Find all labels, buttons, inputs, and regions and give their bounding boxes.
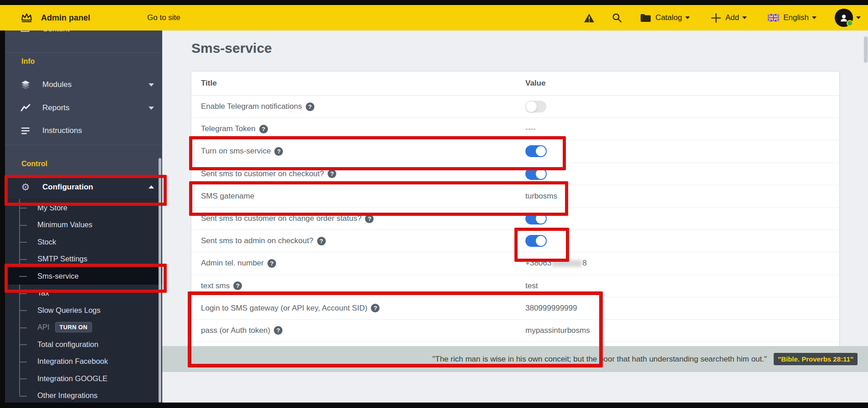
sidebar-item-label: Integration Facebook (37, 357, 108, 366)
help-icon[interactable] (365, 214, 374, 223)
footer-quote: "The rich man is wise in his own conceit… (432, 355, 767, 364)
sidebar-item-label: Other Integrations (37, 391, 98, 400)
toggle-sms-admin-checkout[interactable] (525, 235, 546, 247)
help-icon[interactable] (306, 102, 314, 111)
admin-panel-window: Content Info Modules Reports (0, 0, 868, 408)
table-row: Admin tel. number +380638 (191, 252, 839, 275)
chevron-up-icon (149, 185, 154, 189)
sidebar-item-label: My Store (37, 204, 67, 212)
catalog-label: Catalog (655, 13, 682, 22)
phone-prefix: +38063 (525, 259, 551, 268)
folder-icon (640, 14, 651, 22)
table-row: Telegram Token ---- (191, 118, 839, 140)
sidebar-item-total-configuration[interactable]: Total configuration (5, 336, 162, 353)
help-icon[interactable] (259, 125, 268, 133)
sidebar-divider (5, 145, 162, 145)
sidebar-item-modules[interactable]: Modules (5, 74, 162, 95)
phone-suffix: 8 (582, 259, 586, 268)
setting-label: pass (or Auth token) (201, 326, 270, 335)
language-menu[interactable]: English (768, 13, 817, 22)
gear-icon: ⚙ (20, 182, 31, 192)
settings-table: Title Value Enable Telegram notification… (191, 71, 840, 358)
table-row: Sent sms to customer on change order sta… (191, 208, 839, 230)
setting-label: Enable Telegram notifications (201, 102, 302, 111)
chevron-down-icon (856, 16, 861, 19)
help-icon[interactable] (328, 169, 336, 178)
setting-label: Turn on sms-service (201, 147, 271, 156)
sidebar-item-api[interactable]: API TURN ON (5, 319, 162, 336)
online-status-dot (847, 20, 853, 26)
help-icon[interactable] (274, 147, 283, 156)
search-icon[interactable] (612, 13, 622, 23)
app-title: Admin panel (41, 13, 90, 23)
table-row: Sent sms to admin on checkout? (191, 230, 839, 252)
uk-flag-icon (768, 14, 779, 21)
sidebar-item-integration-google[interactable]: Integration GOOGLE (5, 370, 162, 387)
toggle-knob (535, 145, 547, 157)
sidebar-section-info: Info (21, 57, 35, 66)
sidebar-item-stock[interactable]: Stock (5, 233, 162, 250)
top-bar: Admin panel Go to site (0, 5, 868, 31)
sidebar-scrollbar[interactable] (159, 158, 161, 403)
sidebar-item-instructions[interactable]: Instructions (5, 120, 162, 141)
help-icon[interactable] (267, 259, 276, 268)
page-title: Sms-service (191, 41, 272, 56)
setting-label: SMS gatename (201, 192, 254, 201)
sidebar-item-label: Sms-service (37, 272, 79, 280)
blurred-digits (552, 260, 582, 267)
sidebar-item-configuration[interactable]: ⚙ Configuration (5, 175, 162, 199)
setting-value: test (525, 281, 538, 291)
sidebar-item-label: Reports (42, 103, 70, 112)
sidebar-item-label: Stock (37, 238, 56, 246)
chevron-down-icon (149, 83, 154, 87)
turn-on-badge[interactable]: TURN ON (55, 322, 92, 332)
catalog-menu[interactable]: Catalog (640, 13, 690, 22)
sidebar-item-label: Tax (37, 289, 49, 297)
toggle-enable-telegram[interactable] (525, 101, 546, 112)
help-icon[interactable] (274, 326, 282, 335)
page-scrollbar[interactable] (864, 36, 868, 63)
sidebar-item-smtp-settings[interactable]: SMTP Settings (5, 250, 162, 268)
sidebar-section-control: Control (21, 160, 47, 168)
sidebar-item-label: SMTP Settings (37, 255, 87, 263)
sidebar: Content Info Modules Reports (5, 31, 162, 403)
sidebar-item-label: Total configuration (37, 340, 98, 349)
sidebar-item-slow-queries-logs[interactable]: Slow Queries Logs (5, 301, 162, 319)
sidebar-item-label: API (37, 323, 50, 332)
sidebar-item-label: Modules (42, 80, 72, 89)
warning-icon[interactable] (584, 13, 595, 23)
help-icon[interactable] (233, 281, 242, 290)
sidebar-divider (5, 52, 162, 53)
toggle-knob (525, 101, 537, 112)
layers-icon (20, 80, 31, 89)
sidebar-item-my-store[interactable]: My Store (5, 199, 162, 216)
sidebar-item-label: Configuration (42, 183, 93, 192)
setting-label: Sent sms to customer on checkout? (201, 169, 324, 178)
sidebar-item-label: Minimum Values (37, 220, 92, 229)
help-icon[interactable] (317, 237, 326, 245)
sidebar-item-tax[interactable]: Tax (5, 285, 162, 302)
toggle-sms-customer-order-status[interactable] (525, 213, 546, 224)
footer-quote-badge[interactable]: "Bible. Proverbs 28:11" (774, 353, 858, 365)
chevron-down-icon (149, 107, 154, 110)
setting-value: mypassinturbosms (525, 326, 590, 335)
add-menu[interactable]: Add (711, 13, 747, 23)
sidebar-item-sms-service[interactable]: Sms-service (5, 267, 162, 285)
sidebar-item-integration-facebook[interactable]: Integration Facebook (5, 353, 162, 370)
toggle-turn-on-sms-service[interactable] (525, 145, 546, 157)
sidebar-item-label: Instructions (42, 126, 82, 135)
sidebar-item-other-integrations[interactable]: Other Integrations (5, 387, 162, 404)
toggle-sms-customer-checkout[interactable] (525, 168, 546, 180)
toggle-knob (535, 168, 547, 180)
sidebar-item-minimum-values[interactable]: Minimum Values (5, 216, 162, 234)
sidebar-item-label: Integration GOOGLE (37, 374, 108, 383)
table-row: SMS gatename turbosms (191, 185, 839, 208)
user-menu[interactable] (835, 9, 861, 27)
go-to-site-link[interactable]: Go to site (147, 13, 180, 22)
crown-logo-icon[interactable] (21, 12, 33, 23)
sidebar-item-reports[interactable]: Reports (5, 97, 162, 118)
table-row: Turn on sms-service (191, 140, 839, 163)
help-icon[interactable] (371, 304, 380, 312)
table-row: Enable Telegram notifications (191, 96, 839, 118)
list-lines-icon (20, 127, 31, 135)
